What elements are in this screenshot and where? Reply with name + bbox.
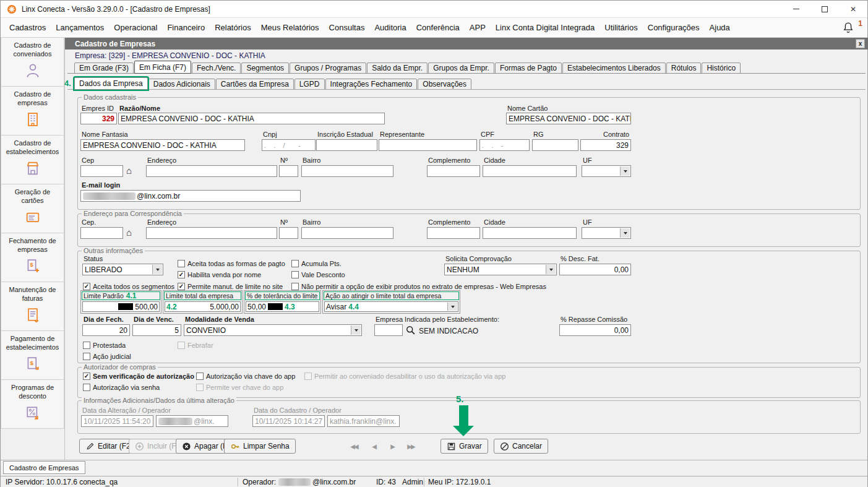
tab-cartoes-empresa[interactable]: Cartões da Empresa bbox=[216, 79, 294, 90]
tab-lgpd[interactable]: LGPD bbox=[294, 79, 325, 90]
menu-relatorios[interactable]: Relatórios bbox=[210, 18, 256, 37]
corresp-cep-field[interactable] bbox=[80, 227, 123, 239]
rg-field[interactable] bbox=[532, 139, 578, 151]
tab-segmentos[interactable]: Segmentos bbox=[241, 62, 289, 74]
modalidade-dropdown-button[interactable] bbox=[351, 325, 361, 335]
checkbox-acumula-pts[interactable]: ✓Acumula Pts. bbox=[291, 260, 342, 267]
cnpj-field[interactable]: . . / - bbox=[262, 139, 316, 151]
cpf-field[interactable]: . . - bbox=[479, 139, 530, 151]
nav-next-button[interactable]: ▶ bbox=[384, 439, 400, 454]
tab-grupos-empr[interactable]: Grupos da Empr. bbox=[428, 62, 494, 74]
tab-em-grade[interactable]: Em Grade (F3) bbox=[74, 62, 134, 74]
tolerancia-field[interactable]: 50,004.3 bbox=[246, 301, 319, 312]
sidebar-item-pagamento-estabelecimentos[interactable]: Pagamento de estabelecimentos $ bbox=[1, 330, 64, 380]
menu-financeiro[interactable]: Financeiro bbox=[162, 18, 210, 37]
acao-limite-select[interactable]: Avisar4.4 bbox=[324, 301, 458, 312]
panel-close-button[interactable]: x bbox=[856, 39, 865, 48]
menu-auditoria[interactable]: Auditoria bbox=[369, 18, 411, 37]
sidebar-item-manutencao-faturas[interactable]: Manutenção de faturas bbox=[1, 282, 64, 331]
corresp-endereco-field[interactable] bbox=[146, 227, 277, 239]
sidebar-item-programas-desconto[interactable]: Programas de desconto bbox=[1, 379, 64, 429]
empresa-indicada-field[interactable] bbox=[374, 324, 403, 336]
razao-nome-field[interactable]: EMPRESA CONVENIO - DOC - KATHIA bbox=[118, 113, 385, 124]
dia-venc-field[interactable]: 5 bbox=[132, 324, 181, 336]
maximize-button[interactable] bbox=[810, 1, 839, 17]
nav-prev-button[interactable]: ◀ bbox=[366, 439, 382, 454]
checkbox-nao-exibir-produtos[interactable]: ✓Não permitir a opção de exibir produtos… bbox=[291, 283, 546, 290]
checkbox-permite-limite-site[interactable]: ✓Permite manut. de limite no site bbox=[178, 283, 283, 290]
cep-field[interactable] bbox=[80, 165, 123, 177]
tab-estabelecimentos-liberados[interactable]: Estabelecimentos Liberados bbox=[562, 62, 666, 74]
dia-fech-field[interactable]: 20 bbox=[82, 324, 130, 336]
modalidade-select[interactable]: CONVENIO bbox=[184, 324, 362, 336]
uf-select[interactable] bbox=[582, 165, 631, 177]
limite-padrao-field[interactable]: 500,00 bbox=[82, 301, 160, 312]
menu-conferencia[interactable]: Conferência bbox=[411, 18, 465, 37]
bell-icon[interactable] bbox=[841, 21, 855, 35]
menu-app[interactable]: APP bbox=[465, 18, 491, 37]
tab-saldo-empr[interactable]: Saldo da Empr. bbox=[367, 62, 428, 74]
tab-formas-pagto[interactable]: Formas de Pagto bbox=[495, 62, 562, 74]
menu-ajuda[interactable]: Ajuda bbox=[705, 18, 735, 37]
menu-utilitarios[interactable]: Utilitários bbox=[599, 18, 642, 37]
acao-dropdown-button[interactable] bbox=[447, 303, 457, 311]
nome-cartao-field[interactable]: EMPRESA CONVENIO - DOC - KATHIA bbox=[506, 113, 631, 124]
status-select[interactable]: LIBERADO bbox=[82, 264, 163, 275]
corresp-uf-dropdown-button[interactable] bbox=[620, 228, 630, 238]
sidebar-item-cadastro-conveniados[interactable]: Cadastro de conveniados bbox=[1, 37, 64, 87]
tab-em-ficha[interactable]: Em Ficha (F7) bbox=[134, 61, 191, 74]
tab-fech-venc[interactable]: Fech./Venc. bbox=[192, 62, 241, 74]
tab-dados-adicionais[interactable]: Dados Adicionais bbox=[148, 79, 215, 90]
desc-fat-field[interactable]: 0,00 bbox=[559, 264, 631, 275]
limpar-senha-button[interactable]: Limpar Senha bbox=[224, 439, 296, 454]
endereco-field[interactable] bbox=[146, 165, 277, 177]
uf-dropdown-button[interactable] bbox=[620, 166, 630, 176]
checkbox-acao-judicial[interactable]: ✓Ação judicial bbox=[83, 353, 131, 360]
tab-rotulos[interactable]: Rótulos bbox=[666, 62, 702, 74]
checkbox-autorizacao-chave-app[interactable]: ✓Autorização via chave do app bbox=[196, 373, 295, 380]
house-icon[interactable]: ⌂ bbox=[126, 166, 132, 175]
close-button[interactable]: ✕ bbox=[839, 1, 867, 17]
solicita-comprovacao-select[interactable]: NENHUM bbox=[444, 264, 557, 275]
nome-fantasia-field[interactable]: EMPRESA CONVENIO - DOC - KATHIA bbox=[80, 139, 245, 151]
checkbox-sem-verificacao[interactable]: ✓Sem verificação de autorização bbox=[83, 373, 194, 380]
bairro-field[interactable] bbox=[301, 165, 393, 177]
checkbox-vale-desconto[interactable]: ✓Vale Desconto bbox=[291, 271, 345, 278]
checkbox-aceita-segmentos[interactable]: ✓Aceita todos os segmentos bbox=[83, 283, 174, 290]
repasse-field[interactable]: 0,00 bbox=[559, 324, 631, 336]
tab-historico[interactable]: Histórico bbox=[702, 62, 741, 74]
corresp-complemento-field[interactable] bbox=[427, 227, 480, 239]
menu-consultas[interactable]: Consultas bbox=[324, 18, 370, 37]
limite-total-field[interactable]: 4.25.000,00 bbox=[165, 301, 241, 312]
tab-dados-empresa[interactable]: Dados da Empresa bbox=[74, 77, 148, 90]
email-login-field[interactable]: @linx.com.br bbox=[80, 190, 301, 202]
menu-cadastros[interactable]: Cadastros bbox=[4, 18, 51, 37]
checkbox-protestada[interactable]: ✓Protestada bbox=[83, 342, 126, 349]
empres-id-field[interactable]: 329 bbox=[80, 113, 117, 124]
cancelar-button[interactable]: Cancelar bbox=[494, 439, 548, 454]
sidebar-item-cadastro-empresas[interactable]: Cadastro de empresas bbox=[1, 86, 64, 136]
numero-field[interactable] bbox=[279, 165, 298, 177]
sidebar-item-cadastro-estabelecimentos[interactable]: Cadastro de estabelecimentos bbox=[1, 135, 64, 184]
menu-meus-relatorios[interactable]: Meus Relatórios bbox=[256, 18, 324, 37]
inscricao-estadual-field[interactable] bbox=[316, 139, 377, 151]
corresp-numero-field[interactable] bbox=[279, 227, 298, 239]
sidebar-item-geracao-cartoes[interactable]: Geração de cartões bbox=[1, 184, 64, 233]
corresp-bairro-field[interactable] bbox=[301, 227, 393, 239]
tab-grupos-programas[interactable]: Grupos / Programas bbox=[290, 62, 366, 74]
checkbox-autorizacao-senha[interactable]: ✓Autorização via senha bbox=[83, 384, 160, 391]
solicita-dropdown-button[interactable] bbox=[546, 265, 556, 274]
corresp-cidade-field[interactable] bbox=[483, 227, 577, 239]
gravar-button[interactable]: Gravar bbox=[440, 439, 488, 454]
tab-integracoes-fechamento[interactable]: Integrações Fechamento bbox=[325, 79, 418, 90]
menu-linx-conta-digital[interactable]: Linx Conta Digital Integrada bbox=[491, 18, 599, 37]
sidebar-item-fechamento-empresas[interactable]: Fechamento de empresas $ bbox=[1, 233, 64, 282]
representante-field[interactable] bbox=[379, 139, 477, 151]
corresp-house-icon[interactable]: ⌂ bbox=[126, 228, 132, 237]
checkbox-aceita-formas-pagto[interactable]: ✓Aceita todas as formas de pagto bbox=[178, 260, 285, 267]
bottom-tab-cadastro-empresas[interactable]: Cadastro de Empresas bbox=[3, 461, 85, 474]
status-dropdown-button[interactable] bbox=[152, 265, 162, 274]
menu-configuracoes[interactable]: Configurações bbox=[643, 18, 705, 37]
cidade-field[interactable] bbox=[483, 165, 577, 177]
complemento-field[interactable] bbox=[427, 165, 480, 177]
